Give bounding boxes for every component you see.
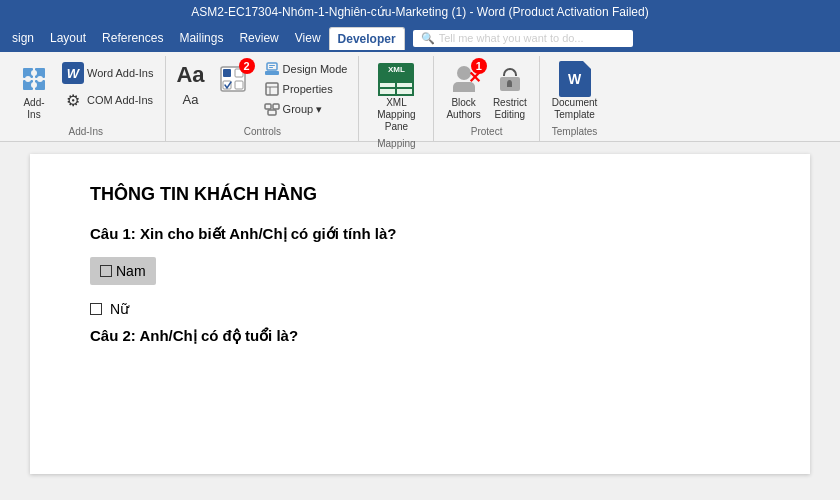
xml-mapping-label: XML MappingPane <box>371 97 421 133</box>
document-title: THÔNG TIN KHÁCH HÀNG <box>90 184 750 205</box>
group-label: Group ▾ <box>283 103 323 116</box>
answer-nam-highlight: Nam <box>90 257 156 285</box>
large-aa-icon: Aa <box>176 62 204 88</box>
properties-button[interactable]: Properties <box>261 80 351 98</box>
answer-nam-wrapper: Nam <box>90 257 750 291</box>
ribbon: Add-Ins W Word Add-Ins ⚙ COM Add-Ins Add… <box>0 52 840 142</box>
design-mode-icon <box>264 61 280 77</box>
properties-icon <box>264 81 280 97</box>
protect-group-label: Protect <box>471 124 503 141</box>
svg-rect-15 <box>269 65 275 66</box>
badge-2: 2 <box>239 58 255 74</box>
group-icon <box>264 101 280 117</box>
small-aa-icon: Aa <box>183 92 199 107</box>
aa-section: Aa Aa <box>174 60 206 109</box>
controls-right: Design Mode Properties <box>261 60 351 118</box>
answer-nu-text: Nữ <box>110 301 129 317</box>
templates-group-label: Templates <box>552 124 598 141</box>
com-add-ins-label: COM Add-Ins <box>87 94 153 106</box>
word-add-ins-button[interactable]: W Word Add-Ins <box>58 60 157 86</box>
badge-1: 1 <box>471 58 487 74</box>
answer-nu: Nữ <box>90 301 750 317</box>
checkbox-nu[interactable] <box>90 303 102 315</box>
puzzle-icon <box>18 63 50 95</box>
search-bar: 🔍 Tell me what you want to do... <box>405 30 836 47</box>
block-authors-label: BlockAuthors <box>446 97 480 121</box>
document-template-label: DocumentTemplate <box>552 97 598 121</box>
question-1: Câu 1: Xin cho biết Anh/Chị có giới tính… <box>90 225 750 243</box>
ribbon-group-controls: Aa Aa <box>166 56 359 141</box>
document-template-icon: W <box>559 63 591 95</box>
menu-sign[interactable]: sign <box>4 27 42 49</box>
xml-icon: XML <box>380 63 412 95</box>
ribbon-group-addins: Add-Ins W Word Add-Ins ⚙ COM Add-Ins Add… <box>6 56 166 141</box>
svg-point-6 <box>31 82 37 88</box>
menu-references[interactable]: References <box>94 27 171 49</box>
svg-rect-20 <box>265 104 271 109</box>
controls-content: Aa Aa <box>174 56 350 124</box>
restrict-editing-label: RestrictEditing <box>493 97 527 121</box>
word-w-icon: W <box>62 62 84 84</box>
add-ins-label: Add-Ins <box>23 97 44 121</box>
menu-mailings[interactable]: Mailings <box>171 27 231 49</box>
checkbox-nam[interactable] <box>100 265 112 277</box>
question-2: Câu 2: Anh/Chị có độ tuổi là? <box>90 327 750 345</box>
menu-bar: sign Layout References Mailings Review V… <box>0 24 840 52</box>
svg-point-4 <box>31 70 37 76</box>
svg-rect-22 <box>268 110 276 115</box>
gear-icon: ⚙ <box>62 89 84 111</box>
mapping-content: XML XML MappingPane <box>367 56 425 136</box>
svg-rect-16 <box>269 67 273 68</box>
svg-rect-14 <box>267 63 277 70</box>
svg-rect-13 <box>265 71 279 75</box>
restrict-editing-icon <box>494 63 526 95</box>
addins-group-label: Add-Ins <box>68 124 102 141</box>
svg-point-5 <box>25 76 31 82</box>
document-template-button[interactable]: W DocumentTemplate <box>548 60 602 124</box>
design-mode-button[interactable]: Design Mode <box>261 60 351 78</box>
search-icon: 🔍 <box>421 32 435 45</box>
properties-label: Properties <box>283 83 333 95</box>
mapping-group-label: Mapping <box>377 136 415 153</box>
block-authors-wrapper: ✕ BlockAuthors 1 <box>442 60 484 124</box>
word-add-ins-label: Word Add-Ins <box>87 67 153 79</box>
ribbon-group-protect: ✕ BlockAuthors 1 RestrictE <box>434 56 539 141</box>
ribbon-group-mapping: XML XML MappingPane Mapping <box>359 56 434 141</box>
title-bar: ASM2-EC17304-Nhóm-1-Nghiên-cứu-Marketing… <box>0 0 840 24</box>
group-button[interactable]: Group ▾ <box>261 100 351 118</box>
menu-review[interactable]: Review <box>231 27 286 49</box>
small-aa-button[interactable]: Aa <box>176 90 206 109</box>
ribbon-group-templates: W DocumentTemplate Templates <box>540 56 610 141</box>
menu-layout[interactable]: Layout <box>42 27 94 49</box>
checkbox-btn-wrapper: 2 <box>213 60 253 98</box>
svg-point-7 <box>37 76 43 82</box>
answer-nam-text: Nam <box>116 263 146 279</box>
menu-view[interactable]: View <box>287 27 329 49</box>
controls-group-label: Controls <box>244 124 281 141</box>
svg-rect-21 <box>273 104 279 109</box>
large-aa-button[interactable]: Aa <box>174 60 206 90</box>
svg-rect-9 <box>223 69 231 77</box>
search-input-area[interactable]: 🔍 Tell me what you want to do... <box>413 30 633 47</box>
content-area: THÔNG TIN KHÁCH HÀNG Câu 1: Xin cho biết… <box>0 142 840 488</box>
templates-content: W DocumentTemplate <box>548 56 602 124</box>
search-placeholder: Tell me what you want to do... <box>439 32 584 44</box>
design-mode-label: Design Mode <box>283 63 348 75</box>
xml-mapping-button[interactable]: XML XML MappingPane <box>367 60 425 136</box>
menu-developer[interactable]: Developer <box>329 27 405 50</box>
add-ins-button[interactable]: Add-Ins <box>14 60 54 124</box>
title-text: ASM2-EC17304-Nhóm-1-Nghiên-cứu-Marketing… <box>191 5 648 19</box>
document-content: THÔNG TIN KHÁCH HÀNG Câu 1: Xin cho biết… <box>30 154 810 474</box>
com-add-ins-button[interactable]: ⚙ COM Add-Ins <box>58 87 157 113</box>
protect-content: ✕ BlockAuthors 1 RestrictE <box>442 56 530 124</box>
svg-rect-17 <box>266 83 278 95</box>
restrict-editing-button[interactable]: RestrictEditing <box>489 60 531 124</box>
addins-content: Add-Ins W Word Add-Ins ⚙ COM Add-Ins <box>14 56 157 124</box>
addins-stack: W Word Add-Ins ⚙ COM Add-Ins <box>58 60 157 113</box>
